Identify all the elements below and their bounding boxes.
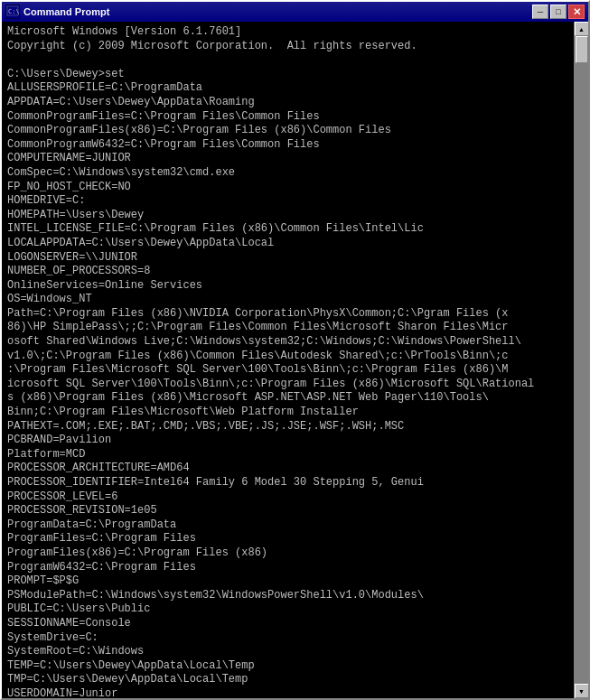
maximize-button[interactable]: □ <box>550 5 567 19</box>
terminal-line: Copyright (c) 2009 Microsoft Corporation… <box>7 40 417 52</box>
terminal-line: HOMEDRIVE=C: <box>7 194 85 207</box>
terminal-line: v1.0\;C:\Program Files (x86)\Common File… <box>7 350 509 362</box>
terminal-line: PUBLIC=C:\Users\Public <box>7 602 150 615</box>
terminal-line: Platform=MCD <box>7 448 85 461</box>
terminal-line: ALLUSERSPROFILE=C:\ProgramData <box>7 81 202 94</box>
title-bar-left: C:\ Command Prompt <box>5 5 109 19</box>
terminal-line: PROCESSOR_REVISION=1e05 <box>7 504 157 517</box>
terminal-line: USERDOMAIN=Junior <box>7 687 117 698</box>
terminal-line: 86)\HP SimplePass\;;C:\Program Files\Com… <box>7 321 509 333</box>
scroll-down-button[interactable]: ▼ <box>575 684 589 698</box>
terminal-line: Binn;C:\Program Files\Microsoft\Web Plat… <box>7 406 359 418</box>
terminal-line: PROCESSOR_LEVEL=6 <box>7 490 117 503</box>
svg-text:C:\: C:\ <box>8 8 19 15</box>
terminal-output[interactable]: Microsoft Windows [Version 6.1.7601] Cop… <box>2 22 574 698</box>
terminal-line: OS=Windows_NT <box>7 293 92 305</box>
window-controls: ─ □ ✕ <box>532 5 585 19</box>
terminal-line: HOMEPATH=\Users\Dewey <box>7 209 144 221</box>
terminal-line: PSModulePath=C:\Windows\system32\Windows… <box>7 589 424 602</box>
terminal-line: SystemRoot=C:\Windows <box>7 645 144 658</box>
terminal-line: ProgramFiles(x86)=C:\Program Files (x86) <box>7 546 267 559</box>
terminal-line: TEMP=C:\Users\Dewey\AppData\Local\Temp <box>7 659 255 672</box>
terminal-line: ProgramFiles=C:\Program Files <box>7 532 196 545</box>
terminal-line: LOCALAPPDATA=C:\Users\Dewey\AppData\Loca… <box>7 237 274 249</box>
scrollbar[interactable]: ▲ ▼ <box>574 22 588 698</box>
terminal-line: ProgramData=C:\ProgramData <box>7 518 176 531</box>
terminal-line: osoft Shared\Windows Live;C:\Windows\sys… <box>7 335 521 348</box>
terminal-line: COMPUTERNAME=JUNIOR <box>7 152 131 164</box>
window-title: Command Prompt <box>23 6 109 17</box>
terminal-line: PROCESSOR_IDENTIFIER=Intel64 Family 6 Mo… <box>7 476 424 489</box>
terminal-line: LOGONSERVER=\\JUNIOR <box>7 251 137 264</box>
terminal-line: FP_NO_HOST_CHECK=NO <box>7 181 131 193</box>
cmd-window: C:\ Command Prompt ─ □ ✕ Microsoft Windo… <box>0 0 590 700</box>
title-bar: C:\ Command Prompt ─ □ ✕ <box>2 2 588 22</box>
terminal-line: Microsoft Windows [Version 6.1.7601] <box>7 25 241 38</box>
terminal-line: ProgramW6432=C:\Program Files <box>7 561 196 574</box>
minimize-button[interactable]: ─ <box>532 5 548 19</box>
close-button[interactable]: ✕ <box>568 5 585 19</box>
scroll-thumb[interactable] <box>576 36 588 63</box>
terminal-line: Path=C:\Program Files (x86)\NVIDIA Corpo… <box>7 307 509 320</box>
terminal-line: C:\Users\Dewey>set <box>7 68 125 80</box>
terminal-line: SESSIONNAME=Console <box>7 617 131 630</box>
terminal-line: ComSpec=C:\Windows\system32\cmd.exe <box>7 166 235 179</box>
content-area: Microsoft Windows [Version 6.1.7601] Cop… <box>2 22 588 698</box>
terminal-line: CommonProgramFiles(x86)=C:\Program Files… <box>7 124 391 136</box>
terminal-line: CommonProgramFiles=C:\Program Files\Comm… <box>7 110 320 123</box>
cmd-icon: C:\ <box>5 5 20 19</box>
terminal-line: icrosoft SQL Server\100\Tools\Binn\;c:\P… <box>7 378 534 390</box>
terminal-line: :\Program Files\Microsoft SQL Server\100… <box>7 363 509 376</box>
scroll-track[interactable] <box>575 36 588 684</box>
terminal-line: CommonProgramW6432=C:\Program Files\Comm… <box>7 138 320 151</box>
terminal-line: OnlineServices=Online Services <box>7 279 202 292</box>
terminal-line: PATHEXT=.COM;.EXE;.BAT;.CMD;.VBS;.VBE;.J… <box>7 420 404 433</box>
terminal-line: SystemDrive=C: <box>7 631 98 644</box>
terminal-line: INTEL_LICENSE_FILE=C:\Program Files (x86… <box>7 222 424 235</box>
terminal-line: NUMBER_OF_PROCESSORS=8 <box>7 265 150 277</box>
scroll-up-button[interactable]: ▲ <box>575 22 589 36</box>
terminal-line: TMP=C:\Users\Dewey\AppData\Local\Temp <box>7 673 248 686</box>
terminal-line: APPDATA=C:\Users\Dewey\AppData\Roaming <box>7 96 255 108</box>
terminal-line: PCBRAND=Pavilion <box>7 434 111 446</box>
terminal-line: PROMPT=$P$G <box>7 574 79 587</box>
terminal-line: s (x86)\Program Files (x86)\Microsoft AS… <box>7 391 489 404</box>
terminal-line: PROCESSOR_ARCHITECTURE=AMD64 <box>7 462 190 474</box>
